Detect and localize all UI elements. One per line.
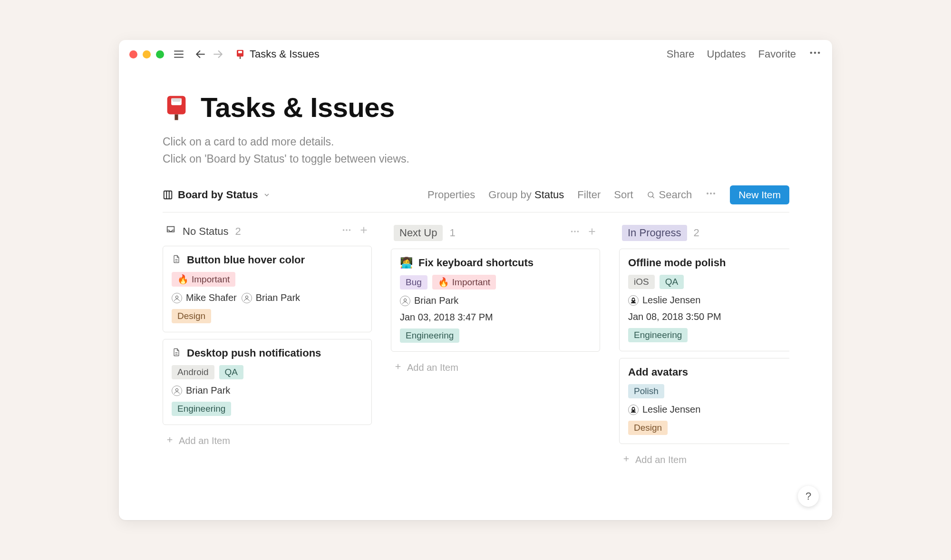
card-date: Jan 03, 2018 3:47 PM — [400, 312, 591, 323]
column-add-icon[interactable] — [359, 225, 369, 238]
tag-label: Android — [177, 367, 209, 377]
card-teams: Engineering — [628, 328, 789, 342]
card-tag: QA — [219, 365, 243, 379]
chevron-down-icon — [263, 191, 271, 199]
board-card[interactable]: Offline mode polishiOSQALeslie JensenJan… — [619, 249, 789, 351]
svg-point-8 — [810, 52, 813, 54]
svg-point-39 — [577, 231, 579, 232]
card-tag: 🔥Important — [172, 272, 235, 287]
group-by-value: Status — [534, 189, 564, 201]
add-item-button[interactable]: Add an Item — [163, 432, 372, 450]
assignee-name: Brian Park — [414, 295, 458, 306]
app-window: Tasks & Issues Share Updates Favorite Ta… — [119, 40, 832, 520]
svg-point-31 — [245, 296, 248, 298]
breadcrumb[interactable]: Tasks & Issues — [234, 48, 320, 60]
add-item-label: Add an Item — [179, 435, 230, 446]
more-menu-icon[interactable] — [808, 46, 822, 62]
tag-label: QA — [225, 367, 238, 377]
assignee: Leslie Jensen — [628, 404, 700, 415]
view-switcher[interactable]: Board by Status — [163, 189, 271, 201]
maximize-window-button[interactable] — [156, 50, 164, 58]
card-teams: Design — [628, 421, 789, 435]
card-tag: iOS — [628, 275, 655, 289]
avatar — [172, 386, 182, 396]
board-card[interactable]: Desktop push notificationsAndroidQABrian… — [163, 339, 372, 425]
board-card[interactable]: 👩‍💻Fix keyboard shortcutsBug🔥ImportantBr… — [391, 249, 600, 352]
column-more-icon[interactable] — [570, 226, 580, 240]
assignee-name: Mike Shafer — [186, 292, 237, 303]
sort-button[interactable]: Sort — [614, 189, 633, 201]
close-window-button[interactable] — [129, 50, 137, 58]
svg-point-38 — [574, 231, 576, 232]
tag-emoji-icon: 🔥 — [438, 277, 449, 288]
assignee: Brian Park — [400, 295, 458, 306]
column-name[interactable]: Next Up — [394, 225, 443, 241]
card-title: Fix keyboard shortcuts — [418, 257, 534, 269]
card-teams: Design — [172, 309, 363, 323]
card-tags: 🔥Important — [172, 272, 363, 287]
tag-label: Important — [192, 274, 230, 285]
svg-marker-13 — [171, 98, 182, 101]
card-title-row: Offline mode polish — [628, 257, 789, 269]
add-item-button[interactable]: Add an Item — [619, 451, 789, 469]
group-by-prefix: Group by — [488, 189, 534, 201]
assignee: Brian Park — [172, 385, 230, 396]
group-by-button[interactable]: Group by Status — [488, 189, 564, 201]
card-title: Add avatars — [628, 366, 688, 378]
svg-rect-14 — [175, 114, 178, 120]
toolbar-more-icon[interactable] — [705, 188, 717, 202]
back-button[interactable] — [194, 48, 207, 60]
svg-point-22 — [713, 193, 715, 194]
column-add-icon[interactable] — [587, 226, 597, 240]
svg-rect-15 — [164, 191, 172, 199]
svg-point-20 — [707, 193, 708, 194]
column-name[interactable]: No Status — [183, 225, 229, 238]
board-card[interactable]: Button blue hover color🔥ImportantMike Sh… — [163, 246, 372, 332]
updates-button[interactable]: Updates — [707, 48, 746, 60]
card-teams: Engineering — [400, 328, 591, 343]
svg-point-42 — [404, 299, 406, 301]
svg-point-10 — [818, 52, 820, 54]
card-tags: iOSQA — [628, 275, 789, 289]
board-card[interactable]: Add avatarsPolishLeslie JensenDesign — [619, 358, 789, 444]
page-subtitle: Click on a card to add more details. Cli… — [163, 134, 789, 167]
column-name[interactable]: In Progress — [622, 225, 687, 241]
titlebar-actions: Share Updates Favorite — [667, 46, 822, 62]
window-controls — [129, 50, 164, 58]
subtitle-line-1: Click on a card to add more details. — [163, 134, 789, 151]
inbox-icon — [165, 225, 176, 238]
minimize-window-button[interactable] — [143, 50, 151, 58]
card-tag: Android — [172, 365, 214, 379]
column-count: 2 — [235, 225, 241, 238]
svg-point-34 — [175, 388, 178, 391]
properties-button[interactable]: Properties — [427, 189, 475, 201]
new-item-button[interactable]: New Item — [730, 185, 789, 204]
avatar — [628, 405, 639, 415]
favorite-button[interactable]: Favorite — [758, 48, 796, 60]
page-icon[interactable] — [163, 94, 190, 121]
plus-icon — [394, 362, 402, 373]
sidebar-toggle-icon[interactable] — [173, 48, 185, 60]
filter-button[interactable]: Filter — [577, 189, 601, 201]
add-item-button[interactable]: Add an Item — [391, 358, 600, 377]
column-actions — [341, 225, 369, 238]
share-button[interactable]: Share — [667, 48, 695, 60]
tag-emoji-icon: 🔥 — [177, 274, 189, 285]
card-tag: Polish — [628, 384, 664, 398]
column-more-icon[interactable] — [341, 225, 352, 238]
nav-arrows — [194, 48, 224, 60]
search-button[interactable]: Search — [647, 189, 692, 201]
tag-label: Important — [452, 277, 490, 288]
card-title-row: Add avatars — [628, 366, 789, 378]
help-button[interactable]: ? — [798, 486, 819, 507]
card-teams: Engineering — [172, 402, 363, 416]
assignee: Mike Shafer — [172, 292, 237, 303]
card-tag: Bug — [400, 275, 427, 290]
board-column: Next Up1👩‍💻Fix keyboard shortcutsBug🔥Imp… — [391, 225, 600, 469]
page-title: Tasks & Issues — [201, 91, 395, 123]
svg-rect-6 — [238, 51, 242, 53]
column-header: In Progress2 — [619, 225, 789, 241]
card-assignees: Brian Park — [400, 295, 591, 306]
forward-button[interactable] — [212, 48, 224, 60]
svg-rect-7 — [240, 57, 241, 59]
